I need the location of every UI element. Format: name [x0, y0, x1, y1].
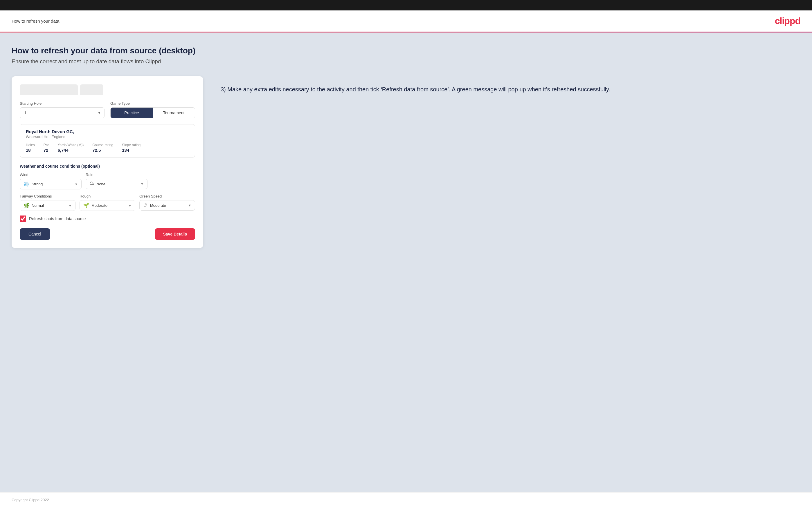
fairway-group: Fairway Conditions 🌿 Normal ▼ — [20, 194, 75, 211]
top-bar — [0, 0, 812, 10]
rain-value: None — [96, 182, 138, 186]
green-speed-value: Moderate — [150, 203, 186, 208]
wind-rain-row: Wind 💨 Strong ▼ Rain 🌤 None ▼ — [20, 173, 195, 189]
yards-stat: Yards/White (M)) 6,744 — [57, 143, 84, 153]
tab-stub-1 — [20, 84, 78, 95]
yards-label: Yards/White (M)) — [57, 143, 84, 147]
rain-select[interactable]: 🌤 None ▼ — [86, 179, 148, 189]
holes-value: 18 — [26, 148, 35, 153]
page-subheading: Ensure the correct and most up to date d… — [12, 58, 800, 65]
starting-hole-gametype-row: Starting Hole 1 10 ▼ Game Type Practice … — [20, 101, 195, 118]
content-row: Starting Hole 1 10 ▼ Game Type Practice … — [12, 76, 800, 248]
fairway-rough-green-row: Fairway Conditions 🌿 Normal ▼ Rough 🌱 Mo… — [20, 194, 195, 211]
wind-group: Wind 💨 Strong ▼ — [20, 173, 82, 189]
fairway-chevron-icon: ▼ — [68, 204, 72, 207]
header-title: How to refresh your data — [12, 18, 59, 23]
yards-value: 6,744 — [57, 148, 84, 153]
refresh-checkbox[interactable] — [20, 216, 26, 222]
holes-stat: Holes 18 — [26, 143, 35, 153]
rough-label: Rough — [80, 194, 135, 199]
course-rating-value: 72.5 — [92, 148, 113, 153]
slope-rating-stat: Slope rating 134 — [122, 143, 141, 153]
course-name: Royal North Devon GC, — [26, 129, 189, 134]
cancel-button[interactable]: Cancel — [20, 228, 50, 240]
starting-hole-select[interactable]: 1 10 — [20, 107, 104, 118]
rain-group: Rain 🌤 None ▼ — [86, 173, 148, 189]
rain-icon: 🌤 — [89, 181, 94, 186]
green-speed-select[interactable]: ⏱ Moderate ▼ — [139, 200, 195, 211]
rain-chevron-icon: ▼ — [141, 182, 144, 186]
game-type-buttons: Practice Tournament — [110, 107, 195, 118]
starting-hole-group: Starting Hole 1 10 ▼ — [20, 101, 104, 118]
course-rating-stat: Course rating 72.5 — [92, 143, 113, 153]
instructions-text: 3) Make any extra edits necessary to the… — [221, 85, 800, 94]
course-stats: Holes 18 Par 72 Yards/White (M)) 6,744 C… — [26, 143, 189, 153]
form-card: Starting Hole 1 10 ▼ Game Type Practice … — [12, 76, 203, 248]
logo: clippd — [775, 16, 800, 26]
par-value: 72 — [44, 148, 49, 153]
wind-select[interactable]: 💨 Strong ▼ — [20, 179, 82, 189]
rain-spacer — [152, 173, 195, 189]
rough-icon: 🌱 — [83, 203, 89, 208]
par-label: Par — [44, 143, 49, 147]
refresh-checkbox-row: Refresh shots from data source — [20, 216, 195, 222]
practice-button[interactable]: Practice — [111, 108, 153, 118]
tournament-button[interactable]: Tournament — [153, 108, 195, 118]
fairway-select[interactable]: 🌿 Normal ▼ — [20, 200, 75, 211]
wind-value: Strong — [32, 182, 72, 186]
rain-label: Rain — [86, 173, 148, 177]
wind-icon: 💨 — [23, 181, 29, 187]
rough-chevron-icon: ▼ — [128, 204, 132, 207]
rough-select[interactable]: 🌱 Moderate ▼ — [80, 200, 135, 211]
button-row: Cancel Save Details — [20, 228, 195, 240]
conditions-section-label: Weather and course conditions (optional) — [20, 164, 195, 169]
course-location: Westward Ho!, England — [26, 134, 189, 139]
fairway-icon: 🌿 — [23, 203, 29, 208]
fairway-label: Fairway Conditions — [20, 194, 75, 199]
green-speed-label: Green Speed — [139, 194, 195, 199]
green-speed-icon: ⏱ — [143, 203, 148, 208]
green-speed-chevron-icon: ▼ — [188, 204, 191, 207]
tab-stub-2 — [80, 84, 103, 95]
footer: Copyright Clippd 2022 — [0, 492, 812, 507]
game-type-group: Game Type Practice Tournament — [110, 101, 195, 118]
header: How to refresh your data clippd — [0, 10, 812, 32]
instructions-panel: 3) Make any extra edits necessary to the… — [221, 76, 800, 94]
game-type-label: Game Type — [110, 101, 195, 106]
starting-hole-label: Starting Hole — [20, 101, 104, 106]
footer-copyright: Copyright Clippd 2022 — [12, 498, 49, 502]
course-info-box: Royal North Devon GC, Westward Ho!, Engl… — [20, 124, 195, 158]
fairway-value: Normal — [32, 203, 66, 208]
par-stat: Par 72 — [44, 143, 49, 153]
starting-hole-select-wrapper: 1 10 ▼ — [20, 107, 104, 118]
slope-rating-value: 134 — [122, 148, 141, 153]
green-speed-group: Green Speed ⏱ Moderate ▼ — [139, 194, 195, 211]
wind-label: Wind — [20, 173, 82, 177]
course-rating-label: Course rating — [92, 143, 113, 147]
holes-label: Holes — [26, 143, 35, 147]
slope-rating-label: Slope rating — [122, 143, 141, 147]
save-button[interactable]: Save Details — [155, 228, 195, 240]
main-content: How to refresh your data from source (de… — [0, 32, 812, 492]
rough-value: Moderate — [92, 203, 126, 208]
page-heading: How to refresh your data from source (de… — [12, 46, 800, 55]
rough-group: Rough 🌱 Moderate ▼ — [80, 194, 135, 211]
refresh-checkbox-label: Refresh shots from data source — [29, 216, 86, 221]
wind-chevron-icon: ▼ — [74, 182, 78, 186]
